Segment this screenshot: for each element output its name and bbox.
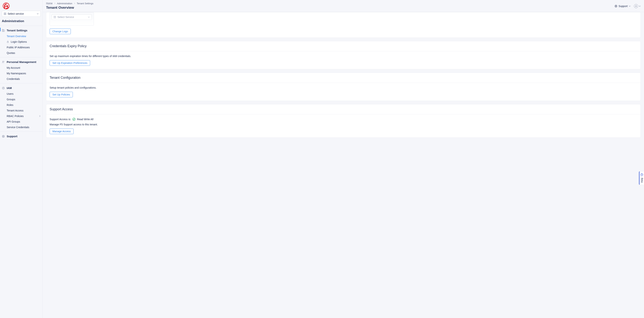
sidebar-item-groups[interactable]: Groups xyxy=(7,96,41,102)
card-description: Setup tenant policies and configurations… xyxy=(50,86,637,89)
app-logo[interactable] xyxy=(0,0,42,11)
sidebar-item-api-groups[interactable]: API Groups xyxy=(7,119,41,124)
svg-rect-9 xyxy=(6,14,6,15)
support-label: Support xyxy=(618,5,628,8)
chevron-right-icon xyxy=(54,2,56,4)
svg-point-18 xyxy=(3,87,4,88)
card-tenant-configuration: Tenant Configuration Setup tenant polici… xyxy=(46,73,641,101)
topbar: Home Administration Tenant Settings Tena… xyxy=(43,0,644,12)
svg-rect-3 xyxy=(6,13,6,13)
svg-rect-5 xyxy=(5,14,6,14)
svg-point-16 xyxy=(4,61,4,62)
main-area: Home Administration Tenant Settings Tena… xyxy=(43,0,644,318)
breadcrumb-administration[interactable]: Administration xyxy=(57,2,72,5)
sidebar-item-label: Quotas xyxy=(7,52,15,54)
svg-rect-31 xyxy=(55,18,55,18)
user-menu[interactable] xyxy=(634,4,641,8)
card-logo: Select Service Change Logo xyxy=(46,12,641,38)
nav-section-tenant-settings: Tenant Settings Tenant Overview Login Op… xyxy=(0,26,42,58)
nav-section-header[interactable]: Personal Management xyxy=(0,59,42,65)
sidebar-item-tenant-overview[interactable]: Tenant Overview xyxy=(7,34,41,39)
sidebar-item-login-options[interactable]: Login Options xyxy=(7,39,41,44)
building-icon xyxy=(2,29,5,32)
sidebar-item-label: Service Credentials xyxy=(7,126,29,129)
sidebar-item-my-namespaces[interactable]: My Namespaces xyxy=(7,70,41,76)
f5-logo-icon xyxy=(3,2,10,9)
svg-point-33 xyxy=(73,118,75,120)
page-title: Tenant Overview xyxy=(46,6,614,10)
breadcrumb-tenant-settings[interactable]: Tenant Settings xyxy=(77,2,94,5)
card-title: Tenant Configuration xyxy=(46,73,640,83)
sidebar-item-tenant-access[interactable]: Tenant Access xyxy=(7,108,41,113)
chevron-down-icon xyxy=(88,16,90,18)
nav-section-iam: IAM Users Groups Roles Tenant Access RBA… xyxy=(0,84,42,132)
svg-point-15 xyxy=(2,61,4,62)
svg-rect-25 xyxy=(55,16,55,16)
lock-icon xyxy=(7,41,9,43)
help-flap[interactable]: Help xyxy=(639,171,644,185)
manage-access-button[interactable]: Manage Access xyxy=(50,128,74,134)
svg-rect-24 xyxy=(54,16,54,16)
svg-point-35 xyxy=(642,175,642,176)
svg-rect-4 xyxy=(4,14,4,14)
change-logo-button[interactable]: Change Logo xyxy=(50,28,71,34)
sidebar-item-quotas[interactable]: Quotas xyxy=(7,50,41,56)
support-menu[interactable]: Support xyxy=(614,5,630,8)
card-title: Support Access xyxy=(46,104,640,114)
avatar-icon xyxy=(634,4,638,8)
sidebar-item-credentials[interactable]: Credentials xyxy=(7,76,41,82)
sidebar-item-users[interactable]: Users xyxy=(7,91,41,96)
chevron-right-icon xyxy=(39,115,41,117)
card-support-access: Support Access Support Access is: Read W… xyxy=(46,104,641,138)
preview-service-selector[interactable]: Select Service xyxy=(52,14,92,20)
svg-rect-13 xyxy=(2,30,3,31)
svg-rect-2 xyxy=(5,13,6,13)
nav-section-header[interactable]: Support xyxy=(0,133,42,139)
chevron-down-icon xyxy=(639,5,641,7)
card-description: Manage F5 Support access to this tenant. xyxy=(50,123,637,126)
status-value: Read Write All xyxy=(77,118,93,121)
sidebar-item-label: API Groups xyxy=(7,120,20,123)
svg-rect-8 xyxy=(5,14,6,15)
nav-section-title: Tenant Settings xyxy=(7,29,27,32)
sidebar-item-label: Tenant Access xyxy=(7,109,24,112)
sidebar-item-rbac-policies[interactable]: RBAC Policies xyxy=(7,113,41,119)
help-label: Help xyxy=(640,178,643,182)
chevron-down-icon xyxy=(37,13,39,15)
nav-section-title: Support xyxy=(7,135,18,138)
sidebar-item-label: Login Options xyxy=(11,40,27,43)
support-access-status: Support Access is: Read Write All xyxy=(50,118,637,121)
sidebar-item-label: My Account xyxy=(7,66,20,69)
setup-policies-button[interactable]: Set Up Policies xyxy=(50,92,73,97)
svg-point-23 xyxy=(636,6,636,6)
nav-section-personal-management: Personal Management My Account My Namesp… xyxy=(0,58,42,84)
breadcrumb: Home Administration Tenant Settings xyxy=(46,2,614,5)
sidebar-item-my-account[interactable]: My Account xyxy=(7,65,41,70)
nav-section-header[interactable]: IAM xyxy=(0,85,42,91)
content-scroll[interactable]: Select Service Change Logo Credentials E… xyxy=(43,12,644,318)
sidebar-item-service-credentials[interactable]: Service Credentials xyxy=(7,124,41,130)
svg-rect-7 xyxy=(4,14,4,15)
svg-rect-28 xyxy=(55,17,55,18)
chevron-down-icon xyxy=(629,5,630,7)
sidebar-item-public-ip[interactable]: Public IP Addresses xyxy=(7,44,41,50)
life-ring-icon xyxy=(614,5,618,8)
life-ring-icon xyxy=(2,135,5,138)
sidebar-item-label: Public IP Addresses xyxy=(7,46,30,49)
nav-section-header[interactable]: Tenant Settings xyxy=(0,27,42,34)
person-icon xyxy=(2,60,5,64)
svg-rect-32 xyxy=(55,18,56,18)
sidebar-item-label: My Namespaces xyxy=(7,72,26,75)
sidebar-title: Administration xyxy=(0,19,42,26)
status-label: Support Access is: xyxy=(50,118,71,121)
sidebar-item-label: RBAC Policies xyxy=(7,114,24,118)
service-selector[interactable]: Select service xyxy=(2,11,41,17)
sidebar-item-roles[interactable]: Roles xyxy=(7,102,41,108)
sidebar: Select service Administration Tenant Set… xyxy=(0,0,43,318)
breadcrumb-home[interactable]: Home xyxy=(46,2,52,5)
iam-icon xyxy=(2,86,5,90)
setup-expiration-button[interactable]: Set Up Expiration Preferences xyxy=(50,60,90,66)
svg-rect-12 xyxy=(2,30,3,30)
sidebar-item-label: Users xyxy=(7,92,14,95)
nav-section-title: IAM xyxy=(7,86,12,90)
